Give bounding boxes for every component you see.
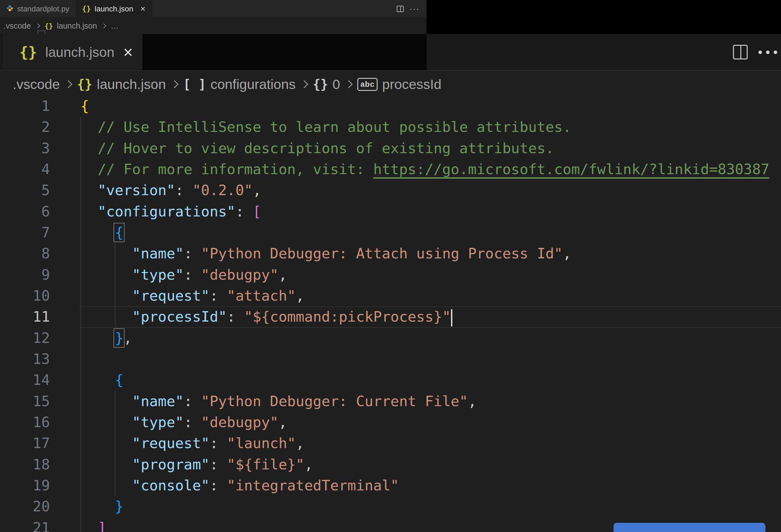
tab-label: launch.json bbox=[45, 44, 115, 60]
line-number: 2 bbox=[0, 117, 50, 137]
symbol-object-icon: {} bbox=[313, 77, 328, 91]
close-icon[interactable]: × bbox=[123, 44, 133, 60]
breadcrumb-label: 0 bbox=[332, 77, 340, 92]
code-line-10[interactable]: 10 "request": "attach", bbox=[0, 285, 781, 306]
line-number: 13 bbox=[0, 349, 50, 370]
code-line-14[interactable]: 14 { bbox=[0, 370, 781, 391]
code-text: "name": "Python Debugger: Attach using P… bbox=[80, 243, 571, 264]
close-icon[interactable]: × bbox=[140, 4, 145, 13]
code-line-8[interactable]: 8 "name": "Python Debugger: Attach using… bbox=[0, 243, 781, 264]
code-line-5[interactable]: 5 "version": "0.2.0", bbox=[0, 180, 781, 201]
split-editor-icon[interactable] bbox=[397, 6, 404, 12]
chevron-right-icon bbox=[101, 23, 107, 28]
code-text: "console": "integratedTerminal" bbox=[80, 475, 399, 496]
code-text: } bbox=[80, 496, 123, 517]
line-number: 6 bbox=[0, 201, 50, 222]
breadcrumb-label: launch.json bbox=[97, 77, 166, 92]
python-icon bbox=[6, 5, 13, 13]
line-number: 20 bbox=[0, 496, 50, 517]
breadcrumb-label: configurations bbox=[210, 77, 296, 92]
code-text: { bbox=[80, 96, 89, 117]
code-line-3[interactable]: 3 // Hover to view descriptions of exist… bbox=[0, 138, 781, 159]
vscode-window: standardplot.py{}launch.json×··· .vscode… bbox=[0, 0, 781, 532]
breadcrumb-item-0[interactable]: {}0 bbox=[313, 77, 340, 92]
symbol-array-icon: [ ] bbox=[183, 77, 206, 91]
line-number: 18 bbox=[0, 454, 50, 475]
breadcrumb-label: .vscode bbox=[13, 77, 60, 92]
breadcrumb-item--vscode[interactable]: .vscode bbox=[13, 77, 60, 92]
code-line-11[interactable]: 11 "processId": "${command:pickProcess}" bbox=[0, 306, 781, 327]
json-braces-icon: {} bbox=[44, 22, 53, 30]
small-editor-actions: ··· bbox=[397, 0, 426, 17]
code-text: "program": "${file}", bbox=[80, 454, 313, 475]
code-line-18[interactable]: 18 "program": "${file}", bbox=[0, 454, 781, 475]
code-text: // For more information, visit: https://… bbox=[80, 159, 769, 180]
small-tab-launch-json[interactable]: {}launch.json× bbox=[76, 0, 152, 17]
more-actions-icon[interactable] bbox=[758, 50, 777, 54]
code-text: // Use IntelliSense to learn about possi… bbox=[80, 117, 571, 137]
code-text: { bbox=[80, 370, 123, 391]
editor-actions bbox=[733, 34, 777, 70]
code-line-2[interactable]: 2 // Use IntelliSense to learn about pos… bbox=[0, 117, 781, 137]
line-number: 5 bbox=[0, 180, 50, 201]
notification-primary-button[interactable] bbox=[614, 523, 766, 532]
code-line-16[interactable]: 16 "type": "debugpy", bbox=[0, 412, 781, 433]
split-editor-icon[interactable] bbox=[733, 45, 748, 59]
breadcrumb-item-processId[interactable]: abcprocessId bbox=[357, 77, 442, 92]
breadcrumb-item-configurations[interactable]: [ ]configurations bbox=[183, 77, 296, 92]
code-text: ] bbox=[80, 518, 106, 532]
code-text: // Hover to view descriptions of existin… bbox=[80, 138, 554, 159]
line-number: 14 bbox=[0, 370, 50, 391]
breadcrumb-item-launch-json[interactable]: {}launch.json bbox=[77, 77, 166, 92]
code-area[interactable]: 1{2 // Use IntelliSense to learn about p… bbox=[0, 96, 781, 532]
line-number: 16 bbox=[0, 412, 50, 433]
code-line-13[interactable]: 13 bbox=[0, 349, 781, 370]
line-number: 15 bbox=[0, 391, 50, 412]
breadcrumb-item[interactable]: launch.json bbox=[57, 21, 97, 31]
editor-group: {} launch.json × .vscode{}launch.json[ ]… bbox=[0, 34, 781, 532]
link-text[interactable]: https://go.microsoft.com/fwlink/?linkid=… bbox=[373, 161, 769, 178]
small-tab-standardplot-py[interactable]: standardplot.py bbox=[0, 0, 76, 17]
line-number: 10 bbox=[0, 285, 50, 306]
code-text: "request": "launch", bbox=[80, 433, 304, 454]
chevron-right-icon bbox=[300, 80, 308, 88]
code-line-20[interactable]: 20 } bbox=[0, 496, 781, 517]
line-number: 21 bbox=[0, 518, 50, 532]
line-number: 3 bbox=[0, 138, 50, 159]
breadcrumb-item[interactable]: … bbox=[111, 21, 119, 31]
code-text: }, bbox=[80, 328, 132, 349]
line-number: 7 bbox=[0, 222, 50, 243]
code-line-17[interactable]: 17 "request": "launch", bbox=[0, 433, 781, 454]
tab-launch-json[interactable]: {} launch.json × bbox=[3, 34, 142, 70]
small-tab-label: launch.json bbox=[95, 4, 133, 13]
code-text: "configurations": [ bbox=[80, 201, 261, 222]
line-number: 8 bbox=[0, 243, 50, 264]
chevron-right-icon bbox=[35, 23, 40, 28]
breadcrumb: .vscode{}launch.json[ ]configurations{}0… bbox=[13, 72, 442, 97]
editor-tab-bar: {} launch.json × bbox=[0, 34, 781, 71]
small-tab-label: standardplot.py bbox=[17, 4, 69, 13]
code-line-19[interactable]: 19 "console": "integratedTerminal" bbox=[0, 475, 781, 496]
line-number: 4 bbox=[0, 159, 50, 180]
chevron-right-icon bbox=[344, 80, 353, 88]
breadcrumb-label: processId bbox=[382, 77, 441, 92]
code-text: "name": "Python Debugger: Current File", bbox=[80, 391, 477, 412]
code-line-6[interactable]: 6 "configurations": [ bbox=[0, 201, 781, 222]
code-line-7[interactable]: 7 { bbox=[0, 222, 781, 243]
code-line-15[interactable]: 15 "name": "Python Debugger: Current Fil… bbox=[0, 391, 781, 412]
code-text: "processId": "${command:pickProcess}" bbox=[80, 306, 452, 327]
breadcrumb-item[interactable]: .vscode bbox=[3, 21, 31, 31]
line-number: 17 bbox=[0, 433, 50, 454]
code-line-4[interactable]: 4 // For more information, visit: https:… bbox=[0, 159, 781, 180]
code-line-9[interactable]: 9 "type": "debugpy", bbox=[0, 264, 781, 285]
code-line-1[interactable]: 1{ bbox=[0, 96, 781, 117]
top-editor-strip: standardplot.py{}launch.json×··· .vscode… bbox=[0, 0, 426, 34]
line-number: 19 bbox=[0, 475, 50, 496]
code-text: "type": "debugpy", bbox=[80, 264, 287, 285]
text-cursor bbox=[451, 309, 452, 326]
code-text: "type": "debugpy", bbox=[80, 412, 287, 433]
black-overlay-tab-row bbox=[142, 34, 426, 70]
black-overlay-top-right bbox=[426, 0, 781, 34]
code-line-12[interactable]: 12 }, bbox=[0, 328, 781, 349]
small-breadcrumb[interactable]: .vscode{}launch.json… bbox=[0, 17, 426, 34]
